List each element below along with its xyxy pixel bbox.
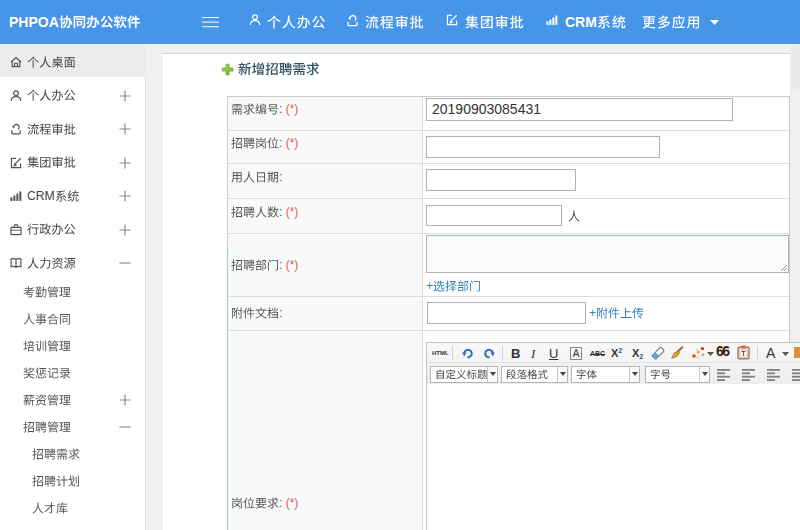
svg-text:T: T	[742, 350, 746, 357]
